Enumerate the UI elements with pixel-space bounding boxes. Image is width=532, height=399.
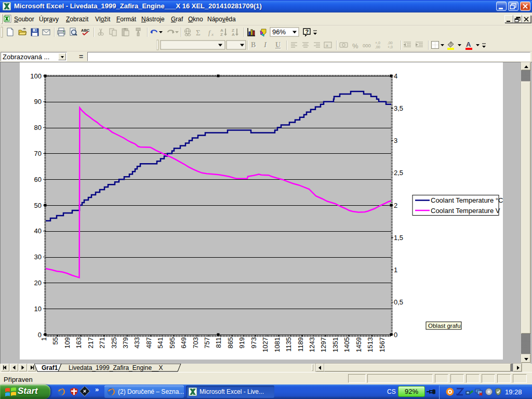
svg-text:1,5: 1,5: [394, 234, 403, 242]
svg-text:1189: 1189: [297, 337, 304, 352]
svg-text:40: 40: [34, 227, 42, 235]
svg-text:50: 50: [34, 202, 42, 209]
svg-text:1: 1: [394, 266, 397, 274]
svg-text:703: 703: [192, 337, 200, 349]
svg-text:2,5: 2,5: [394, 169, 403, 177]
svg-text:A: A: [466, 41, 471, 48]
svg-text:1: 1: [40, 337, 48, 341]
svg-text:1027: 1027: [261, 337, 269, 352]
svg-text:Livedata_1999_Zafira_Engine__X: Livedata_1999_Zafira_Engine__X: [69, 364, 163, 371]
svg-text:1351: 1351: [331, 337, 339, 352]
svg-text:487: 487: [145, 337, 153, 349]
svg-text:%: %: [352, 42, 358, 50]
svg-text:000: 000: [363, 43, 371, 48]
svg-text:60: 60: [34, 176, 42, 183]
svg-text:1135: 1135: [285, 337, 292, 352]
svg-text:Σ: Σ: [196, 29, 201, 37]
svg-text:919: 919: [238, 337, 246, 349]
svg-text:379: 379: [122, 337, 129, 349]
svg-text:Oblast grafu: Oblast grafu: [428, 323, 461, 329]
svg-text:163: 163: [75, 337, 83, 349]
svg-text:ABC: ABC: [81, 28, 90, 33]
svg-text:2: 2: [394, 202, 397, 209]
svg-text:B: B: [251, 41, 256, 49]
svg-text:90: 90: [34, 98, 42, 105]
svg-text:757: 757: [203, 337, 211, 349]
svg-text:217: 217: [87, 337, 95, 349]
svg-text:1567: 1567: [378, 337, 386, 352]
svg-text:A: A: [232, 32, 235, 37]
svg-text:Coolant Temperature V: Coolant Temperature V: [431, 207, 500, 215]
svg-text:595: 595: [168, 337, 176, 349]
svg-text:,00: ,00: [375, 45, 380, 49]
svg-text:109: 109: [63, 337, 71, 349]
svg-text:433: 433: [133, 337, 141, 349]
svg-text:0,5: 0,5: [394, 298, 403, 306]
svg-text:I: I: [263, 41, 267, 49]
svg-text:1297: 1297: [320, 337, 327, 352]
svg-text:10: 10: [34, 305, 42, 313]
svg-text:100: 100: [30, 72, 42, 80]
svg-text:30: 30: [34, 253, 42, 261]
svg-text:U: U: [275, 41, 281, 49]
svg-text:1459: 1459: [355, 337, 363, 352]
svg-text:0: 0: [394, 331, 397, 339]
svg-text:80: 80: [34, 124, 42, 131]
svg-text:20: 20: [34, 279, 42, 287]
svg-text:Z: Z: [220, 32, 223, 37]
svg-text:3: 3: [394, 137, 397, 144]
svg-text:1513: 1513: [366, 337, 374, 352]
svg-text:?: ?: [305, 29, 309, 35]
svg-text:+,0: +,0: [375, 41, 380, 45]
svg-text:70: 70: [34, 150, 42, 157]
svg-text:973: 973: [250, 337, 258, 349]
svg-text:x: x: [211, 32, 214, 37]
svg-text:1081: 1081: [273, 337, 281, 352]
svg-text:+,0: +,0: [388, 45, 393, 49]
svg-text:55: 55: [51, 337, 59, 344]
svg-text:271: 271: [98, 337, 106, 349]
svg-text:96%: 96%: [272, 28, 286, 36]
svg-text:649: 649: [180, 337, 188, 349]
svg-text:,00: ,00: [388, 41, 393, 45]
svg-text:3,5: 3,5: [394, 104, 403, 112]
svg-text:a: a: [326, 43, 328, 48]
svg-text:Graf1: Graf1: [42, 364, 58, 371]
svg-text:541: 541: [156, 337, 164, 349]
svg-text:Coolant Temperature °C: Coolant Temperature °C: [431, 196, 503, 204]
svg-text:811: 811: [215, 337, 222, 348]
svg-text:325: 325: [110, 337, 118, 349]
svg-text:1243: 1243: [308, 337, 316, 352]
svg-text:865: 865: [227, 337, 234, 349]
svg-text:1405: 1405: [343, 337, 351, 352]
svg-text:4: 4: [394, 72, 397, 80]
